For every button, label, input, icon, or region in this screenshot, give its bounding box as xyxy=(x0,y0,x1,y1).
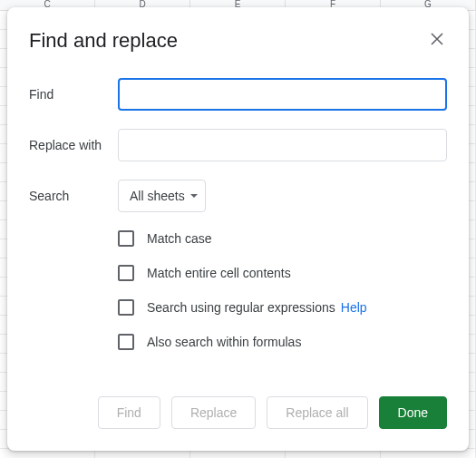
match-case-checkbox[interactable] xyxy=(118,230,134,247)
regex-checkbox[interactable] xyxy=(118,299,134,316)
find-input[interactable] xyxy=(118,78,447,111)
search-scope-value: All sheets xyxy=(130,189,185,203)
search-label: Search xyxy=(29,189,118,203)
replace-all-button[interactable]: Replace all xyxy=(267,396,367,429)
dialog-title: Find and replace xyxy=(29,29,178,53)
find-label: Find xyxy=(29,87,118,102)
help-link[interactable]: Help xyxy=(341,300,367,315)
replace-with-label: Replace with xyxy=(29,138,118,152)
formulas-checkbox[interactable] xyxy=(118,334,134,350)
search-scope-select[interactable]: All sheets xyxy=(118,180,206,212)
match-entire-label: Match entire cell contents xyxy=(147,266,291,280)
replace-with-input[interactable] xyxy=(118,129,447,161)
regex-label: Search using regular expressionsHelp xyxy=(147,300,367,315)
match-entire-checkbox[interactable] xyxy=(118,265,134,281)
find-replace-dialog: Find and replace Find Replace with Searc… xyxy=(7,7,469,451)
close-button[interactable] xyxy=(427,29,447,49)
formulas-label: Also search within formulas xyxy=(147,335,301,349)
close-icon xyxy=(431,33,443,45)
find-button[interactable]: Find xyxy=(98,396,160,429)
replace-button[interactable]: Replace xyxy=(171,396,256,429)
match-case-label: Match case xyxy=(147,231,212,246)
chevron-down-icon xyxy=(190,194,198,198)
done-button[interactable]: Done xyxy=(379,396,447,429)
